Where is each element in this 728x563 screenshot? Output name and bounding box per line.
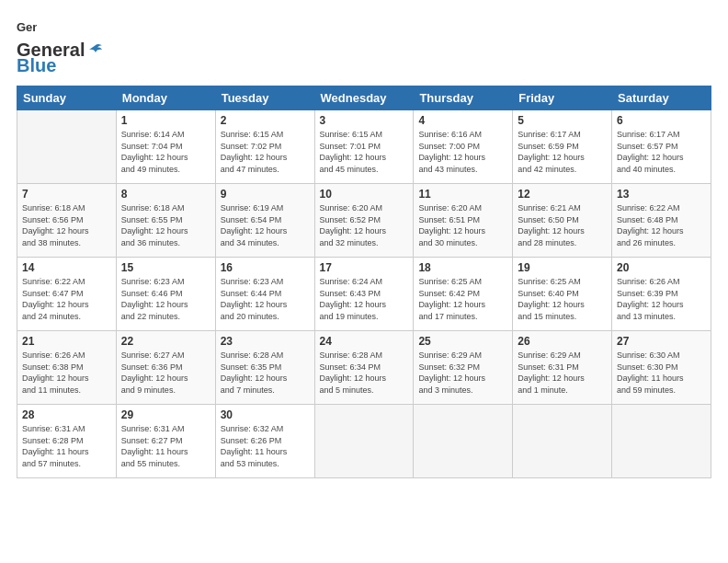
day-number: 28 <box>22 408 111 421</box>
day-number: 29 <box>121 408 210 421</box>
day-number: 23 <box>221 335 310 348</box>
day-cell <box>17 110 117 184</box>
day-number: 9 <box>221 188 310 201</box>
week-row-2: 7Sunrise: 6:18 AM Sunset: 6:56 PM Daylig… <box>17 184 711 258</box>
day-cell: 8Sunrise: 6:18 AM Sunset: 6:55 PM Daylig… <box>116 184 215 258</box>
day-number: 15 <box>121 261 210 274</box>
day-number: 19 <box>518 261 607 274</box>
day-number: 1 <box>121 114 210 127</box>
day-details: Sunrise: 6:30 AM Sunset: 6:30 PM Dayligh… <box>617 350 706 396</box>
day-cell: 6Sunrise: 6:17 AM Sunset: 6:57 PM Daylig… <box>612 110 711 184</box>
day-number: 4 <box>418 114 507 127</box>
day-details: Sunrise: 6:15 AM Sunset: 7:02 PM Dayligh… <box>221 129 310 175</box>
day-cell: 28Sunrise: 6:31 AM Sunset: 6:28 PM Dayli… <box>17 405 117 478</box>
day-number: 24 <box>320 335 409 348</box>
day-details: Sunrise: 6:29 AM Sunset: 6:31 PM Dayligh… <box>518 350 607 396</box>
day-details: Sunrise: 6:32 AM Sunset: 6:26 PM Dayligh… <box>221 423 310 469</box>
day-cell: 14Sunrise: 6:22 AM Sunset: 6:47 PM Dayli… <box>17 258 117 331</box>
day-details: Sunrise: 6:19 AM Sunset: 6:54 PM Dayligh… <box>221 202 310 248</box>
day-details: Sunrise: 6:31 AM Sunset: 6:28 PM Dayligh… <box>22 423 111 469</box>
col-header-monday: Monday <box>116 86 215 110</box>
day-cell: 20Sunrise: 6:26 AM Sunset: 6:39 PM Dayli… <box>612 258 711 331</box>
day-details: Sunrise: 6:27 AM Sunset: 6:36 PM Dayligh… <box>121 350 210 396</box>
day-cell: 11Sunrise: 6:20 AM Sunset: 6:51 PM Dayli… <box>414 184 513 258</box>
day-number: 5 <box>518 114 607 127</box>
day-details: Sunrise: 6:21 AM Sunset: 6:50 PM Dayligh… <box>518 202 607 248</box>
week-row-3: 14Sunrise: 6:22 AM Sunset: 6:47 PM Dayli… <box>17 258 711 331</box>
day-number: 12 <box>518 188 607 201</box>
svg-text:General: General <box>17 20 37 34</box>
week-row-5: 28Sunrise: 6:31 AM Sunset: 6:28 PM Dayli… <box>17 405 711 478</box>
day-cell <box>513 405 612 478</box>
day-number: 11 <box>418 188 507 201</box>
col-header-sunday: Sunday <box>17 86 117 110</box>
week-row-1: 1Sunrise: 6:14 AM Sunset: 7:04 PM Daylig… <box>17 110 711 184</box>
day-number: 6 <box>617 114 706 127</box>
day-details: Sunrise: 6:14 AM Sunset: 7:04 PM Dayligh… <box>121 129 210 175</box>
day-details: Sunrise: 6:15 AM Sunset: 7:01 PM Dayligh… <box>320 129 409 175</box>
day-number: 10 <box>320 188 409 201</box>
day-details: Sunrise: 6:28 AM Sunset: 6:35 PM Dayligh… <box>221 350 310 396</box>
day-cell: 21Sunrise: 6:26 AM Sunset: 6:38 PM Dayli… <box>17 331 117 405</box>
day-details: Sunrise: 6:23 AM Sunset: 6:46 PM Dayligh… <box>121 276 210 322</box>
day-cell: 19Sunrise: 6:25 AM Sunset: 6:40 PM Dayli… <box>513 258 612 331</box>
day-cell: 16Sunrise: 6:23 AM Sunset: 6:44 PM Dayli… <box>215 258 314 331</box>
day-details: Sunrise: 6:17 AM Sunset: 6:59 PM Dayligh… <box>518 129 607 175</box>
day-cell: 10Sunrise: 6:20 AM Sunset: 6:52 PM Dayli… <box>314 184 414 258</box>
col-header-friday: Friday <box>513 86 612 110</box>
day-details: Sunrise: 6:20 AM Sunset: 6:51 PM Dayligh… <box>418 202 507 248</box>
day-cell: 23Sunrise: 6:28 AM Sunset: 6:35 PM Dayli… <box>215 331 314 405</box>
day-details: Sunrise: 6:31 AM Sunset: 6:27 PM Dayligh… <box>121 423 210 469</box>
day-details: Sunrise: 6:16 AM Sunset: 7:00 PM Dayligh… <box>418 129 507 175</box>
day-details: Sunrise: 6:17 AM Sunset: 6:57 PM Dayligh… <box>617 129 706 175</box>
day-number: 3 <box>320 114 409 127</box>
day-cell: 5Sunrise: 6:17 AM Sunset: 6:59 PM Daylig… <box>513 110 612 184</box>
day-cell: 26Sunrise: 6:29 AM Sunset: 6:31 PM Dayli… <box>513 331 612 405</box>
day-cell: 7Sunrise: 6:18 AM Sunset: 6:56 PM Daylig… <box>17 184 117 258</box>
day-details: Sunrise: 6:24 AM Sunset: 6:43 PM Dayligh… <box>320 276 409 322</box>
day-number: 27 <box>617 335 706 348</box>
col-header-wednesday: Wednesday <box>314 86 414 110</box>
day-details: Sunrise: 6:28 AM Sunset: 6:34 PM Dayligh… <box>320 350 409 396</box>
day-details: Sunrise: 6:18 AM Sunset: 6:55 PM Dayligh… <box>121 202 210 248</box>
logo-blue: Blue <box>17 55 56 76</box>
day-number: 30 <box>221 408 310 421</box>
day-number: 25 <box>418 335 507 348</box>
calendar-table: SundayMondayTuesdayWednesdayThursdayFrid… <box>17 86 711 478</box>
day-cell <box>414 405 513 478</box>
day-number: 20 <box>617 261 706 274</box>
day-details: Sunrise: 6:18 AM Sunset: 6:56 PM Dayligh… <box>22 202 111 248</box>
day-number: 8 <box>121 188 210 201</box>
day-number: 26 <box>518 335 607 348</box>
day-details: Sunrise: 6:26 AM Sunset: 6:39 PM Dayligh… <box>617 276 706 322</box>
day-cell: 30Sunrise: 6:32 AM Sunset: 6:26 PM Dayli… <box>215 405 314 478</box>
day-cell: 27Sunrise: 6:30 AM Sunset: 6:30 PM Dayli… <box>612 331 711 405</box>
header: General General Blue <box>17 17 711 76</box>
day-number: 18 <box>418 261 507 274</box>
day-number: 17 <box>320 261 409 274</box>
day-cell: 3Sunrise: 6:15 AM Sunset: 7:01 PM Daylig… <box>314 110 414 184</box>
day-details: Sunrise: 6:22 AM Sunset: 6:48 PM Dayligh… <box>617 202 706 248</box>
day-cell <box>612 405 711 478</box>
col-header-tuesday: Tuesday <box>215 86 314 110</box>
day-details: Sunrise: 6:22 AM Sunset: 6:47 PM Dayligh… <box>22 276 111 322</box>
logo-icon: General <box>17 17 37 40</box>
day-number: 14 <box>22 261 111 274</box>
day-number: 7 <box>22 188 111 201</box>
day-details: Sunrise: 6:29 AM Sunset: 6:32 PM Dayligh… <box>418 350 507 396</box>
day-number: 22 <box>121 335 210 348</box>
day-number: 16 <box>221 261 310 274</box>
day-details: Sunrise: 6:26 AM Sunset: 6:38 PM Dayligh… <box>22 350 111 396</box>
day-cell: 13Sunrise: 6:22 AM Sunset: 6:48 PM Dayli… <box>612 184 711 258</box>
day-details: Sunrise: 6:23 AM Sunset: 6:44 PM Dayligh… <box>221 276 310 322</box>
day-details: Sunrise: 6:25 AM Sunset: 6:42 PM Dayligh… <box>418 276 507 322</box>
day-cell: 24Sunrise: 6:28 AM Sunset: 6:34 PM Dayli… <box>314 331 414 405</box>
day-number: 2 <box>221 114 310 127</box>
day-cell: 17Sunrise: 6:24 AM Sunset: 6:43 PM Dayli… <box>314 258 414 331</box>
week-row-4: 21Sunrise: 6:26 AM Sunset: 6:38 PM Dayli… <box>17 331 711 405</box>
day-cell: 15Sunrise: 6:23 AM Sunset: 6:46 PM Dayli… <box>116 258 215 331</box>
day-cell: 2Sunrise: 6:15 AM Sunset: 7:02 PM Daylig… <box>215 110 314 184</box>
day-cell: 25Sunrise: 6:29 AM Sunset: 6:32 PM Dayli… <box>414 331 513 405</box>
logo-bird-icon <box>86 41 103 58</box>
day-cell: 12Sunrise: 6:21 AM Sunset: 6:50 PM Dayli… <box>513 184 612 258</box>
